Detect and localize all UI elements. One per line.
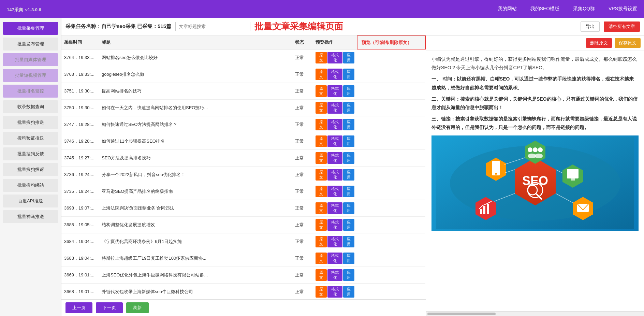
btn-apply-3[interactable]: 应用 xyxy=(343,102,354,114)
cell-title: 网站排名seo怎么做会比较好 xyxy=(99,49,292,66)
cell-status: 正常 xyxy=(292,49,313,66)
cell-preview-op: 原文 格式化 应用 xyxy=(313,49,357,66)
btn-format-12[interactable]: 格式化 xyxy=(327,253,342,264)
cell-time: 3669．19:01:... xyxy=(61,267,99,284)
table-row: 3747．19:28:...如何快速通过SEO方法提高网站排名？正常 原文 格式… xyxy=(61,116,425,133)
btn-apply-1[interactable]: 应用 xyxy=(343,69,354,80)
btn-apply-10[interactable]: 应用 xyxy=(343,219,354,231)
btn-apply-11[interactable]: 应用 xyxy=(343,236,354,247)
sidebar-item-batch-video: 批量短视频管理 xyxy=(3,69,58,82)
cell-time: 3763．19:33:... xyxy=(61,66,99,83)
sidebar-item-sogou-push[interactable]: 批量搜狗推送 xyxy=(3,116,58,129)
delete-original-button[interactable]: 删除原文 xyxy=(586,38,612,48)
articles-table: 采集时间 标题 状态 预览操作 预览（可编辑/删除原文） 3764．19:33:… xyxy=(61,35,426,299)
refresh-button[interactable]: 刷新 xyxy=(126,302,149,313)
btn-original-8[interactable]: 原文 xyxy=(316,186,327,197)
export-button[interactable]: 导出 xyxy=(581,21,600,32)
table-row: 3735．19:24:...亚马逊SEO提高产品排名的终极指南正常 原文 格式化… xyxy=(61,183,425,200)
btn-format-0[interactable]: 格式化 xyxy=(327,52,342,63)
cell-preview-op: 原文 格式化 应用 xyxy=(313,233,357,250)
btn-apply-8[interactable]: 应用 xyxy=(343,186,354,197)
cell-time: 3751．19:30:... xyxy=(61,83,99,100)
cell-status: 正常 xyxy=(292,233,313,250)
cell-status: 正常 xyxy=(292,150,313,167)
btn-format-8[interactable]: 格式化 xyxy=(327,186,342,197)
btn-apply-0[interactable]: 应用 xyxy=(343,52,354,63)
cell-preview xyxy=(357,284,425,300)
table-row: 3684．19:04:...《宁夏优化营商环境条例》6月1日起实施正常 原文 格… xyxy=(61,233,425,250)
sidebar-item-sogou-complaint[interactable]: 批量搜狗投诉 xyxy=(3,163,58,176)
sidebar-item-sogou-bind[interactable]: 批量搜狗绑站 xyxy=(3,179,58,192)
btn-format-9[interactable]: 格式化 xyxy=(327,202,342,214)
nav-vps-settings[interactable]: VPS拨号设置 xyxy=(609,6,637,12)
btn-original-2[interactable]: 原文 xyxy=(316,85,327,97)
table-row: 3764．19:33:...网站排名seo怎么做会比较好正常 原文 格式化 应用 xyxy=(61,49,425,66)
preview-panel: 删除原文 保存原文 小编认为就是通过引擎，得到好的，获得更多网站度我们称作流量，… xyxy=(426,35,644,316)
btn-original-6[interactable]: 原文 xyxy=(316,152,327,164)
btn-format-4[interactable]: 格式化 xyxy=(327,119,342,130)
btn-apply-4[interactable]: 应用 xyxy=(343,119,354,130)
btn-format-5[interactable]: 格式化 xyxy=(327,135,342,147)
btn-original-9[interactable]: 原文 xyxy=(316,202,327,214)
svg-rect-25 xyxy=(577,204,589,212)
save-original-button[interactable]: 保存原文 xyxy=(615,38,641,48)
btn-format-3[interactable]: 格式化 xyxy=(327,102,342,114)
cell-title: 如何在一天之内，快速提高网站排名的使用SEO技巧... xyxy=(99,100,292,116)
svg-point-9 xyxy=(533,147,538,152)
btn-format-14[interactable]: 格式化 xyxy=(327,286,342,298)
btn-apply-12[interactable]: 应用 xyxy=(343,253,354,264)
btn-original-0[interactable]: 原文 xyxy=(316,52,327,63)
btn-format-10[interactable]: 格式化 xyxy=(327,219,342,231)
btn-original-5[interactable]: 原文 xyxy=(316,135,327,147)
cell-time: 3698．19:07:... xyxy=(61,200,99,217)
btn-original-13[interactable]: 原文 xyxy=(316,269,327,281)
btn-format-1[interactable]: 格式化 xyxy=(327,69,342,80)
btn-original-1[interactable]: 原文 xyxy=(316,69,327,80)
bottom-bar: 上一页 下一页 刷新 xyxy=(61,299,426,316)
btn-format-2[interactable]: 格式化 xyxy=(327,85,342,97)
cell-preview-op: 原文 格式化 应用 xyxy=(313,183,357,200)
btn-apply-2[interactable]: 应用 xyxy=(343,85,354,97)
clear-all-button[interactable]: 清空所有文章 xyxy=(604,21,640,32)
cell-time: 3685．19:05:... xyxy=(61,217,99,233)
btn-original-10[interactable]: 原文 xyxy=(316,219,327,231)
btn-format-6[interactable]: 格式化 xyxy=(327,152,342,164)
sidebar-item-batch-collect[interactable]: 批量采集管理 xyxy=(3,22,58,35)
table-row: 3750．19:30:...如何在一天之内，快速提高网站排名的使用SEO技巧..… xyxy=(61,100,425,116)
cell-title: 上海法院判决'负面压制业务'合同违法 xyxy=(99,200,292,217)
btn-apply-5[interactable]: 应用 xyxy=(343,135,354,147)
nav-qq-group[interactable]: 采集QQ群 xyxy=(573,6,595,12)
btn-apply-6[interactable]: 应用 xyxy=(343,152,354,164)
btn-apply-9[interactable]: 应用 xyxy=(343,202,354,214)
sidebar-item-record-query[interactable]: 收录数据查询 xyxy=(3,100,58,113)
next-page-button[interactable]: 下一页 xyxy=(96,302,123,313)
btn-original-3[interactable]: 原文 xyxy=(316,102,327,114)
sidebar-item-sogou-feedback[interactable]: 批量搜狗反馈 xyxy=(3,147,58,160)
sidebar-item-batch-publish[interactable]: 批量发布管理 xyxy=(3,38,58,51)
btn-apply-14[interactable]: 应用 xyxy=(343,286,354,298)
btn-format-13[interactable]: 格式化 xyxy=(327,269,342,281)
btn-original-14[interactable]: 原文 xyxy=(316,286,327,298)
sidebar-item-sogou-verify[interactable]: 搜狗验证推送 xyxy=(3,132,58,145)
btn-original-12[interactable]: 原文 xyxy=(316,253,327,264)
cell-time: 3764．19:33:... xyxy=(61,49,99,66)
btn-original-11[interactable]: 原文 xyxy=(316,236,327,247)
cell-title: 分享一个2022新风口，抖音seo优化排名！ xyxy=(99,167,292,183)
cell-time: 3683．19:04:... xyxy=(61,250,99,267)
nav-my-site[interactable]: 我的网站 xyxy=(498,6,517,12)
btn-format-7[interactable]: 格式化 xyxy=(327,169,342,181)
btn-apply-13[interactable]: 应用 xyxy=(343,269,354,281)
btn-apply-7[interactable]: 应用 xyxy=(343,169,354,181)
table-row: 3751．19:30:...提高网站排名的技巧正常 原文 格式化 应用 xyxy=(61,83,425,100)
prev-page-button[interactable]: 上一页 xyxy=(65,302,92,313)
preview-scrollbar-h[interactable] xyxy=(426,311,644,316)
btn-original-4[interactable]: 原文 xyxy=(316,119,327,130)
btn-format-11[interactable]: 格式化 xyxy=(327,236,342,247)
btn-original-7[interactable]: 原文 xyxy=(316,169,327,181)
cell-preview-op: 原文 格式化 应用 xyxy=(313,133,357,150)
cell-preview xyxy=(357,49,425,66)
sidebar-item-baidu-api[interactable]: 百度API推送 xyxy=(3,195,58,207)
sidebar-item-shenma-push[interactable]: 批量神马推送 xyxy=(3,210,58,223)
search-input[interactable] xyxy=(175,22,250,31)
nav-seo-template[interactable]: 我的SEO模版 xyxy=(530,6,560,12)
